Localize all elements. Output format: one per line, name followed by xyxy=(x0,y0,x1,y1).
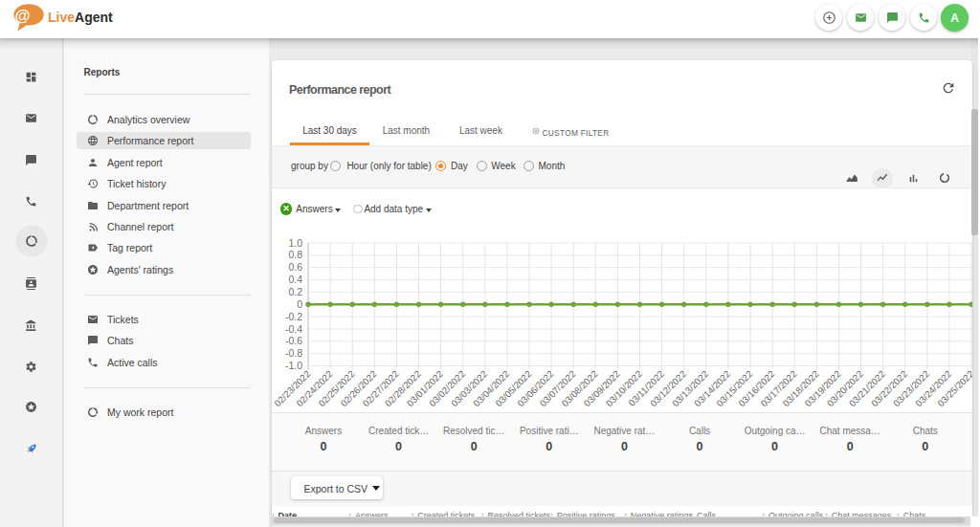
svg-text:0.6: 0.6 xyxy=(288,261,302,273)
svg-text:-0.6: -0.6 xyxy=(284,335,301,346)
svg-text:-1.0: -1.0 xyxy=(284,360,301,371)
svg-text:@: @ xyxy=(15,7,31,24)
svg-text:-0.2: -0.2 xyxy=(284,311,301,322)
svg-text:-0.8: -0.8 xyxy=(284,347,301,359)
svg-text:0.8: 0.8 xyxy=(288,249,302,260)
svg-text:0.2: 0.2 xyxy=(288,286,302,297)
svg-text:0: 0 xyxy=(297,298,302,310)
svg-text:1.0: 1.0 xyxy=(288,237,302,249)
svg-text:0.4: 0.4 xyxy=(288,274,302,285)
svg-text:-0.4: -0.4 xyxy=(284,323,301,335)
